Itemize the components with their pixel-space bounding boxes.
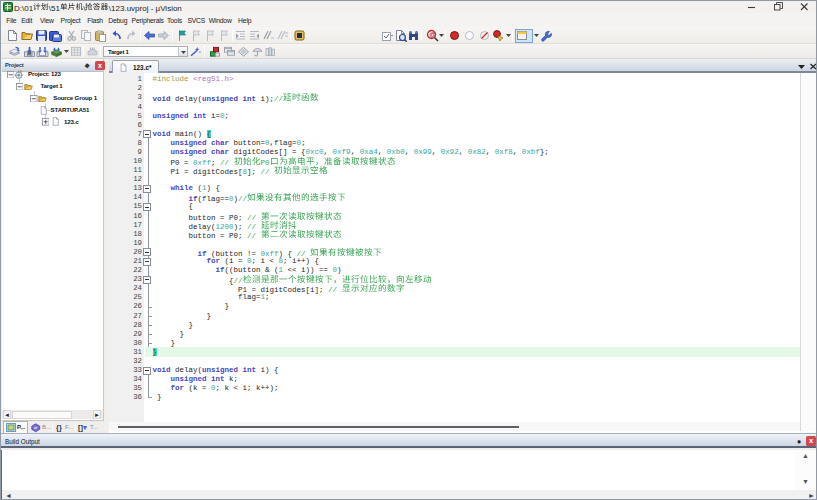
svg-text:@: @ xyxy=(429,31,436,38)
